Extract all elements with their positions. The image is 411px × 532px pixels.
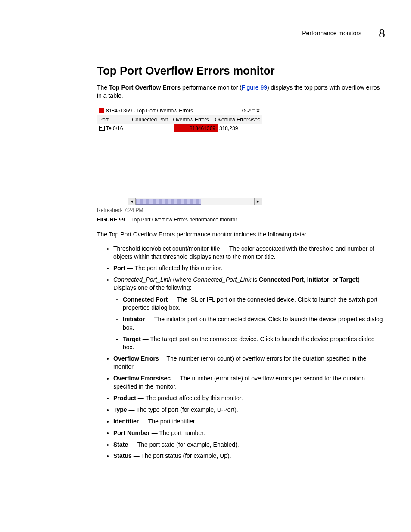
- cell-overflow-errors: 818461369: [174, 124, 218, 132]
- term-text: , or: [329, 276, 339, 283]
- list-item: Initiator — The initiator port on the co…: [123, 315, 385, 332]
- term-desc: — The product affected by this monitor.: [136, 395, 243, 401]
- term-desc: — The port identifier.: [139, 418, 196, 425]
- lead-paragraph: The Top Port Overflow Errors performance…: [97, 230, 385, 239]
- term-desc: — The port affected by this monitor.: [125, 264, 222, 271]
- figure-link[interactable]: Figure 99: [242, 84, 267, 91]
- page-title: Top Port Overflow Errors monitor: [97, 64, 385, 78]
- list-item: Port Number — The port number.: [113, 429, 385, 437]
- column-header-overflow-errors-sec[interactable]: Overflow Errors/sec: [213, 115, 262, 124]
- term-label: Overflow Errors/sec: [113, 375, 171, 382]
- term-italic: Connected_Port_Link: [193, 276, 251, 283]
- list-item: Target — The target port on the connecte…: [123, 335, 385, 352]
- intro-bold: Top Port Overflow Errors: [109, 84, 181, 91]
- term-label: Product: [113, 395, 136, 401]
- collapse-icon[interactable]: ⤢: [247, 108, 251, 114]
- term-bold: Connected Port: [259, 276, 304, 283]
- figure-caption-text: Top Port Overflow Errors performance mon…: [131, 217, 237, 223]
- term-bold: Target: [339, 276, 358, 283]
- intro-text: performance monitor (: [181, 84, 242, 91]
- list-item: Threshold icon/object count/monitor titl…: [113, 245, 385, 261]
- list-item: Connected_Port_Link (where Connected_Por…: [113, 276, 385, 351]
- figure-caption: FIGURE 99 Top Port Overflow Errors perfo…: [97, 217, 385, 223]
- term-italic: Connected_Port_Link: [113, 276, 171, 283]
- table-row[interactable]: Te 0/16 818461369 318,239: [97, 124, 262, 132]
- term-text: is: [251, 276, 259, 283]
- scroll-thumb[interactable]: [136, 199, 201, 205]
- term-label: Port Number: [113, 429, 150, 436]
- term-desc: — The port status (for example, Up).: [132, 452, 231, 459]
- refreshed-timestamp: Refreshed- 7:24 PM: [97, 207, 385, 213]
- scroll-left-arrow-icon[interactable]: ◄: [128, 198, 136, 205]
- term-label: Connected Port: [123, 296, 168, 303]
- term-label: Type: [113, 406, 127, 413]
- term-bold: Initiator: [307, 276, 329, 283]
- list-item: Product — The product affected by this m…: [113, 394, 385, 402]
- list-item: Connected Port — The ISL or IFL port on …: [123, 296, 385, 312]
- intro-paragraph: The Top Port Overflow Errors performance…: [97, 84, 385, 100]
- term-label: Initiator: [123, 316, 145, 323]
- column-header-port[interactable]: Port: [97, 115, 130, 124]
- port-icon: [99, 126, 105, 131]
- list-item: Overflow Errors/sec — The number (error …: [113, 374, 385, 391]
- header-chapter-number: 8: [379, 26, 385, 40]
- list-item: State — The port state (for example, Ena…: [113, 441, 385, 449]
- maximize-icon[interactable]: □: [252, 108, 255, 114]
- table-body: Te 0/16 818461369 318,239: [97, 124, 262, 198]
- term-desc: — The target port on the connected devic…: [123, 336, 375, 351]
- list-item: Identifier — The port identifier.: [113, 417, 385, 426]
- scroll-spacer: [97, 198, 128, 205]
- horizontal-scrollbar[interactable]: ◄ ►: [97, 198, 262, 205]
- column-header-overflow-errors[interactable]: Overflow Errors: [171, 115, 213, 124]
- threshold-swatch-icon: [99, 108, 104, 113]
- term-desc: — The port state (for example, Enabled).: [128, 441, 239, 448]
- list-item: Overflow Errors— The number (error count…: [113, 355, 385, 371]
- intro-text: The: [97, 84, 109, 91]
- cell-connected-port: [131, 124, 174, 132]
- term-desc: — The initiator port on the connected de…: [123, 316, 383, 331]
- cell-port-value: Te 0/16: [106, 125, 123, 131]
- cell-port: Te 0/16: [97, 124, 131, 132]
- scroll-track[interactable]: [136, 198, 254, 205]
- refresh-icon[interactable]: ↺: [242, 108, 246, 114]
- term-text: ,: [304, 276, 307, 283]
- figure-panel: 818461369 - Top Port Overflow Errors ↺ ⤢…: [97, 106, 262, 205]
- term-label: Status: [113, 452, 132, 459]
- header-section: Performance monitors: [302, 30, 361, 37]
- list-item: Status — The port status (for example, U…: [113, 452, 385, 460]
- term-label: State: [113, 441, 128, 448]
- figure-title-text: 818461369 - Top Port Overflow Errors: [106, 108, 240, 114]
- figure-titlebar: 818461369 - Top Port Overflow Errors ↺ ⤢…: [97, 106, 262, 115]
- table-header-row: Port Connected Port Overflow Errors Over…: [97, 115, 262, 124]
- cell-overflow-errors-sec: 318,239: [218, 124, 262, 132]
- term-text: (where: [171, 276, 193, 283]
- list-item: Type — The type of port (for example, U-…: [113, 406, 385, 414]
- bullet-list: Threshold icon/object count/monitor titl…: [97, 245, 385, 460]
- term-label: Identifier: [113, 418, 139, 425]
- term-label: Target: [123, 336, 141, 342]
- term-label: Overflow Errors: [113, 355, 159, 362]
- figure-caption-label: FIGURE 99: [97, 217, 125, 223]
- term-desc: — The port number.: [150, 429, 205, 436]
- term-desc: — The type of port (for example, U-Port)…: [127, 406, 238, 413]
- scroll-right-arrow-icon[interactable]: ►: [254, 198, 262, 205]
- sub-bullet-list: Connected Port — The ISL or IFL port on …: [113, 296, 385, 351]
- close-icon[interactable]: ✕: [256, 108, 260, 114]
- page-header: Performance monitors 8: [97, 26, 385, 40]
- column-header-connected-port[interactable]: Connected Port: [130, 115, 171, 124]
- term-label: Port: [113, 264, 125, 271]
- list-item: Port — The port affected by this monitor…: [113, 264, 385, 272]
